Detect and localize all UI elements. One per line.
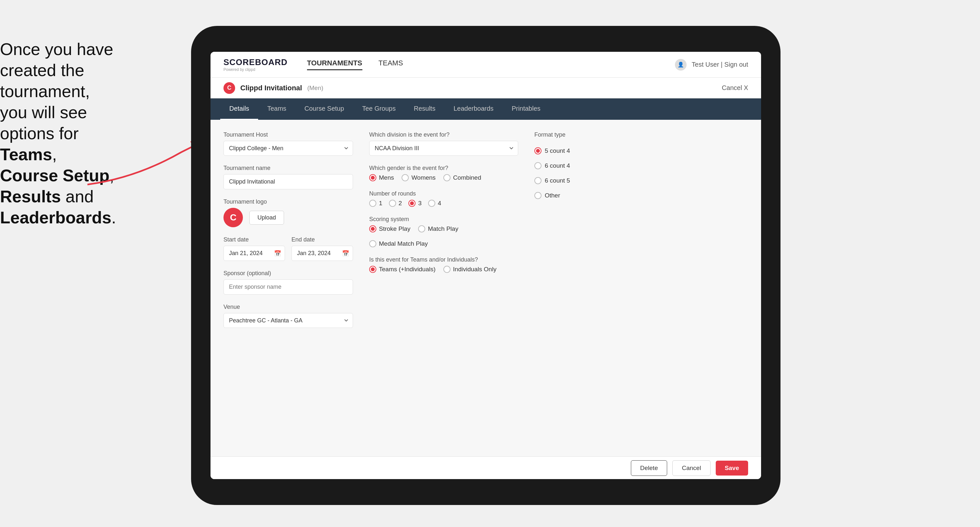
scoring-radio-group: Stroke Play Match Play Medal Match Play: [369, 225, 518, 247]
scoring-stroke-label: Stroke Play: [379, 225, 410, 232]
tab-details[interactable]: Details: [220, 98, 258, 120]
tab-results[interactable]: Results: [405, 98, 445, 120]
gender-combined-label: Combined: [453, 174, 481, 181]
round-4-option[interactable]: 4: [428, 200, 441, 207]
gender-mens-radio[interactable]: [369, 174, 376, 181]
gender-mens-option[interactable]: Mens: [369, 174, 394, 181]
round-2-label: 2: [399, 200, 402, 207]
tab-teams[interactable]: Teams: [258, 98, 295, 120]
nav-links: TOURNAMENTS TEAMS: [307, 59, 403, 70]
teams-both-radio[interactable]: [369, 266, 376, 273]
gender-mens-label: Mens: [379, 174, 394, 181]
venue-select[interactable]: Peachtree GC - Atlanta - GA: [223, 313, 353, 328]
division-group: Which division is the event for? NCAA Di…: [369, 132, 518, 156]
round-3-radio[interactable]: [408, 200, 415, 207]
teams-both-option[interactable]: Teams (+Individuals): [369, 266, 436, 273]
gender-combined-radio[interactable]: [443, 174, 450, 181]
tournament-name-group: Tournament name: [223, 165, 353, 189]
tournament-gender: (Men): [307, 84, 323, 92]
tournament-header: C Clippd Invitational (Men) Cancel X: [210, 78, 761, 98]
col-middle: Which division is the event for? NCAA Di…: [369, 132, 518, 445]
nav-left: SCOREBOARD Powered by clippd TOURNAMENTS…: [223, 57, 403, 72]
gender-womens-radio[interactable]: [402, 174, 409, 181]
start-date-group: Start date 📅: [223, 236, 285, 261]
gender-womens-option[interactable]: Womens: [402, 174, 436, 181]
round-3-label: 3: [418, 200, 422, 207]
tournament-logo-label: Tournament logo: [223, 198, 353, 205]
tournament-icon: C: [223, 82, 235, 94]
start-date-wrapper: 📅: [223, 246, 285, 261]
format-6count5-radio[interactable]: [535, 177, 541, 184]
teams-both-label: Teams (+Individuals): [379, 266, 436, 273]
scoring-stroke-radio[interactable]: [369, 225, 376, 232]
cancel-action-button[interactable]: Cancel: [672, 460, 710, 476]
tournament-host-select[interactable]: Clippd College - Men: [223, 141, 353, 156]
tab-tee-groups[interactable]: Tee Groups: [353, 98, 404, 120]
format-5count4-option[interactable]: 5 count 4: [535, 146, 638, 156]
col-right: Format type 5 count 4 6 count 4 6 count …: [535, 132, 638, 445]
teams-group: Is this event for Teams and/or Individua…: [369, 256, 518, 273]
round-1-label: 1: [379, 200, 382, 207]
nav-teams[interactable]: TEAMS: [379, 59, 403, 70]
division-select[interactable]: NCAA Division III: [369, 141, 518, 156]
tournament-host-label: Tournament Host: [223, 132, 353, 138]
end-date-wrapper: 📅: [291, 246, 353, 261]
logo-upload: C Upload: [223, 208, 353, 227]
round-1-radio[interactable]: [369, 200, 376, 207]
tab-leaderboards[interactable]: Leaderboards: [444, 98, 502, 120]
format-6count4-radio[interactable]: [535, 162, 541, 169]
round-4-label: 4: [438, 200, 441, 207]
gender-radio-group: Mens Womens Combined: [369, 174, 518, 181]
format-6count4-label: 6 count 4: [545, 162, 570, 169]
scoring-label: Scoring system: [369, 216, 518, 223]
format-6count5-option[interactable]: 6 count 5: [535, 176, 638, 186]
calendar-icon-end: 📅: [342, 250, 349, 257]
scoring-medal-option[interactable]: Medal Match Play: [369, 240, 428, 247]
scoreboard-logo: SCOREBOARD Powered by clippd: [223, 57, 288, 72]
scoring-stroke-option[interactable]: Stroke Play: [369, 225, 410, 232]
round-4-radio[interactable]: [428, 200, 435, 207]
sponsor-input[interactable]: [223, 279, 353, 295]
format-6count4-option[interactable]: 6 count 4: [535, 161, 638, 171]
logo-subtitle: Powered by clippd: [223, 67, 288, 72]
format-5count4-radio[interactable]: [535, 147, 541, 154]
tournament-name-input[interactable]: [223, 174, 353, 189]
round-2-option[interactable]: 2: [389, 200, 402, 207]
user-signin[interactable]: Test User | Sign out: [692, 61, 748, 68]
user-avatar: 👤: [675, 59, 687, 71]
format-other-label: Other: [545, 192, 560, 199]
teams-individuals-radio[interactable]: [443, 266, 450, 273]
scoring-medal-radio[interactable]: [369, 240, 376, 247]
save-button[interactable]: Save: [716, 460, 748, 476]
venue-group: Venue Peachtree GC - Atlanta - GA: [223, 304, 353, 328]
sponsor-label: Sponsor (optional): [223, 270, 353, 277]
tab-printables[interactable]: Printables: [503, 98, 550, 120]
upload-button[interactable]: Upload: [249, 211, 284, 225]
scoring-match-option[interactable]: Match Play: [418, 225, 458, 232]
scoring-match-label: Match Play: [428, 225, 458, 232]
nav-tournaments[interactable]: TOURNAMENTS: [307, 59, 363, 70]
top-nav: SCOREBOARD Powered by clippd TOURNAMENTS…: [210, 52, 761, 78]
calendar-icon: 📅: [274, 250, 281, 257]
round-3-option[interactable]: 3: [408, 200, 422, 207]
cancel-button[interactable]: Cancel X: [722, 84, 748, 92]
division-label: Which division is the event for?: [369, 132, 518, 138]
format-other-radio[interactable]: [535, 192, 541, 199]
tab-course-setup[interactable]: Course Setup: [295, 98, 353, 120]
round-1-option[interactable]: 1: [369, 200, 382, 207]
end-date-group: End date 📅: [291, 236, 353, 261]
gender-group: Which gender is the event for? Mens Wome…: [369, 165, 518, 181]
round-2-radio[interactable]: [389, 200, 396, 207]
scoring-match-radio[interactable]: [418, 225, 425, 232]
gender-combined-option[interactable]: Combined: [443, 174, 481, 181]
delete-button[interactable]: Delete: [631, 460, 668, 476]
format-other-option[interactable]: Other: [535, 190, 638, 200]
tournament-title: C Clippd Invitational (Men): [223, 82, 323, 94]
end-date-label: End date: [291, 236, 353, 243]
teams-individuals-option[interactable]: Individuals Only: [443, 266, 496, 273]
tournament-host-group: Tournament Host Clippd College - Men: [223, 132, 353, 156]
venue-label: Venue: [223, 304, 353, 310]
format-6count5-label: 6 count 5: [545, 177, 570, 184]
main-content: Tournament Host Clippd College - Men Tou…: [210, 120, 761, 456]
rounds-group: Number of rounds 1 2 3: [369, 190, 518, 207]
